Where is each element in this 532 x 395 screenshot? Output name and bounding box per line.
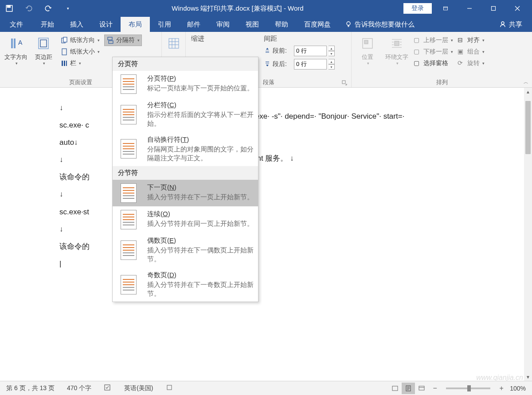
tab-layout[interactable]: 布局: [121, 17, 150, 32]
breaks-label: 分隔符: [116, 36, 135, 44]
space-after-icon: [264, 60, 271, 69]
vertical-scrollbar[interactable]: ▲ ▼: [524, 88, 532, 381]
minimize-icon[interactable]: [459, 0, 480, 17]
zoom-out-icon[interactable]: −: [428, 383, 442, 394]
space-before-spinner[interactable]: ▲▼: [329, 46, 335, 56]
zoom-level[interactable]: 100%: [508, 385, 532, 392]
text-direction-label: 文字方向: [4, 53, 27, 61]
columns-button[interactable]: 栏 ▾: [59, 58, 102, 69]
svg-rect-24: [342, 81, 345, 84]
margins-icon: [36, 36, 51, 50]
menu-item-title: 连续(O): [147, 210, 254, 218]
selection-pane-button[interactable]: ▢选择窗格: [414, 58, 453, 69]
breaks-menu-item[interactable]: 连续(O)插入分节符并在同一页上开始新节。: [113, 206, 258, 233]
tab-home[interactable]: 开始: [33, 17, 62, 32]
text-direction-button[interactable]: A 文字方向 ▾: [4, 35, 28, 78]
bring-forward-button: ▢上移一层▾: [414, 35, 453, 46]
margins-button[interactable]: 页边距 ▾: [31, 35, 56, 78]
zoom-knob[interactable]: [467, 385, 471, 391]
login-button[interactable]: 登录: [403, 3, 432, 14]
break-type-icon: [117, 136, 140, 163]
zoom-in-icon[interactable]: +: [495, 383, 508, 394]
wrap-text-label: 环绕文字: [385, 53, 408, 61]
share-button[interactable]: 共享: [489, 17, 532, 32]
svg-rect-32: [419, 386, 424, 390]
tab-baidu[interactable]: 百度网盘: [296, 17, 339, 32]
breaks-dropdown: 分页符 分页符(P)标记一页结束与下一页开始的位置。分栏符(C)指示分栏符后面的…: [112, 57, 258, 302]
svg-rect-15: [63, 37, 67, 42]
collapse-ribbon-icon[interactable]: ︿: [524, 79, 528, 85]
view-print-icon[interactable]: [402, 383, 415, 394]
group-label-text: 排列: [436, 79, 448, 85]
statusbar: 第 6 页，共 13 页 470 个字 英语(美国) − + 100%: [0, 381, 532, 395]
section-breaks-heading: 分节符: [113, 166, 258, 180]
tab-mailings[interactable]: 邮件: [179, 17, 208, 32]
bring-forward-icon: ▢: [414, 36, 422, 44]
tab-help[interactable]: 帮助: [267, 17, 296, 32]
svg-rect-26: [364, 40, 368, 44]
scroll-up-icon[interactable]: ▲: [524, 88, 532, 96]
breaks-menu-item[interactable]: 自动换行符(T)分隔网页上的对象周围的文字，如分隔题注文字与正文。: [113, 132, 258, 167]
undo-icon[interactable]: [25, 4, 33, 12]
status-words[interactable]: 470 个字: [61, 384, 98, 392]
svg-point-8: [501, 22, 504, 24]
orientation-label: 纸张方向: [70, 36, 95, 44]
svg-rect-16: [62, 49, 66, 55]
position-button: 位置 ▾: [355, 35, 380, 78]
status-page[interactable]: 第 6 页，共 13 页: [0, 384, 61, 392]
breaks-menu-item[interactable]: 奇数页(D)插入分节符并在下一奇数页上开始新节。: [113, 267, 258, 302]
breaks-menu-item[interactable]: 下一页(N)插入分节符并在下一页上开始新节。: [113, 180, 258, 206]
save-icon[interactable]: [5, 4, 13, 12]
align-label: 对齐: [467, 36, 480, 44]
titlebar: ▾ Windows 端打印共享.docx [兼容模式] - Word 登录: [0, 0, 532, 17]
svg-rect-18: [64, 61, 65, 66]
qat-customize-icon[interactable]: ▾: [64, 4, 72, 12]
breaks-button[interactable]: 分隔符 ▾: [104, 35, 142, 46]
status-macro-icon[interactable]: [160, 384, 179, 392]
breaks-menu-item[interactable]: 分栏符(C)指示分栏符后面的文字将从下一栏开始。: [113, 97, 258, 132]
close-icon[interactable]: [507, 0, 528, 17]
space-after-input[interactable]: [294, 59, 327, 70]
space-before-input[interactable]: [294, 46, 327, 56]
tab-review[interactable]: 审阅: [208, 17, 238, 32]
chevron-down-icon: ▾: [16, 61, 18, 66]
person-icon: [499, 21, 506, 28]
text-direction-icon: A: [9, 36, 23, 50]
group-objects-label: 组合: [467, 48, 480, 56]
align-icon: ⊟: [458, 36, 466, 44]
tab-insert[interactable]: 插入: [62, 17, 91, 32]
status-proofing-icon[interactable]: [98, 383, 118, 393]
tab-design[interactable]: 设计: [91, 17, 121, 32]
maximize-icon[interactable]: [483, 0, 504, 17]
svg-rect-4: [492, 7, 496, 11]
tab-references[interactable]: 引用: [150, 17, 179, 32]
zoom-slider[interactable]: [446, 387, 490, 389]
scroll-thumb[interactable]: [525, 101, 531, 154]
document-area[interactable]: ↓ sc.exe· c auto↓ ↓ 该命令的 ↓ sc.exe·st ↓ 该…: [0, 88, 532, 381]
spacing-header: 间距: [264, 35, 335, 44]
align-button[interactable]: ⊟对齐▾: [458, 35, 485, 46]
breaks-menu-item[interactable]: 偶数页(E)插入分节符并在下一偶数页上开始新节。: [113, 233, 258, 267]
indent-header: 缩进: [189, 35, 256, 44]
view-focus-icon[interactable]: [388, 383, 402, 394]
chevron-down-icon: ▾: [396, 61, 399, 66]
space-after-spinner[interactable]: ▲▼: [329, 59, 335, 70]
tab-file[interactable]: 文件: [0, 17, 33, 32]
break-type-icon: [117, 271, 140, 298]
orientation-button[interactable]: 纸张方向 ▾: [59, 35, 102, 46]
breaks-icon: [106, 36, 114, 44]
view-web-icon[interactable]: [415, 383, 428, 394]
scroll-down-icon[interactable]: ▼: [524, 373, 532, 381]
tab-view[interactable]: 视图: [238, 17, 267, 32]
redo-icon[interactable]: [44, 4, 52, 12]
menu-item-title: 自动换行符(T): [147, 136, 254, 144]
size-button[interactable]: 纸张大小 ▾: [59, 46, 102, 58]
ribbon-display-icon[interactable]: [435, 0, 456, 17]
status-language[interactable]: 英语(美国): [118, 384, 159, 392]
group-label-arrange: 排列: [355, 78, 528, 86]
tell-me[interactable]: 告诉我你想要做什么: [339, 17, 421, 32]
breaks-menu-item[interactable]: 分页符(P)标记一页结束与下一页开始的位置。: [113, 71, 258, 97]
menu-item-desc: 指示分栏符后面的文字将从下一栏开始。: [147, 110, 254, 128]
break-type-icon: [117, 236, 140, 264]
dialog-launcher-icon[interactable]: [341, 80, 348, 86]
